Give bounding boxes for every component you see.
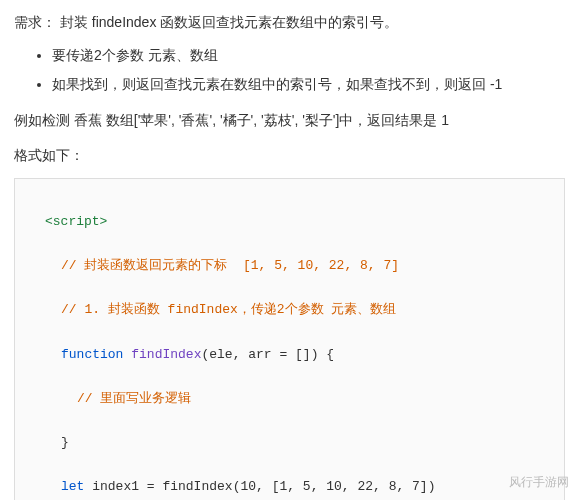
code-comment: // 里面写业务逻辑	[29, 388, 550, 410]
code-text: index1 = findIndex(10, [1, 5, 10, 22, 8,…	[84, 479, 435, 494]
function-name: findIndex	[123, 347, 201, 362]
code-comment: // 1. 封装函数 findIndex，传递2个参数 元素、数组	[29, 299, 550, 321]
watermark-text: 风行手游网	[509, 472, 569, 494]
example-text: 例如检测 香蕉 数组['苹果', '香蕉', '橘子', '荔枝', '梨子']…	[14, 108, 565, 133]
requirement-list: 要传递2个参数 元素、数组 如果找到，则返回查找元素在数组中的索引号，如果查找不…	[14, 43, 565, 97]
code-line: }	[29, 432, 550, 454]
code-comment: // 封装函数返回元素的下标 [1, 5, 10, 22, 8, 7]	[29, 255, 550, 277]
code-line: let index1 = findIndex(10, [1, 5, 10, 22…	[29, 476, 550, 498]
list-item: 如果找到，则返回查找元素在数组中的索引号，如果查找不到，则返回 -1	[52, 72, 565, 97]
keyword: let	[61, 479, 84, 494]
format-label: 格式如下：	[14, 143, 565, 168]
code-block: <script> // 封装函数返回元素的下标 [1, 5, 10, 22, 8…	[14, 178, 565, 500]
code-line: function findIndex(ele, arr = []) {	[29, 344, 550, 366]
code-line: <script>	[29, 211, 550, 233]
list-item: 要传递2个参数 元素、数组	[52, 43, 565, 68]
keyword: function	[61, 347, 123, 362]
requirement-text: 需求： 封装 findeIndex 函数返回查找元素在数组中的索引号。	[14, 10, 565, 35]
code-text: (ele, arr = []) {	[201, 347, 334, 362]
